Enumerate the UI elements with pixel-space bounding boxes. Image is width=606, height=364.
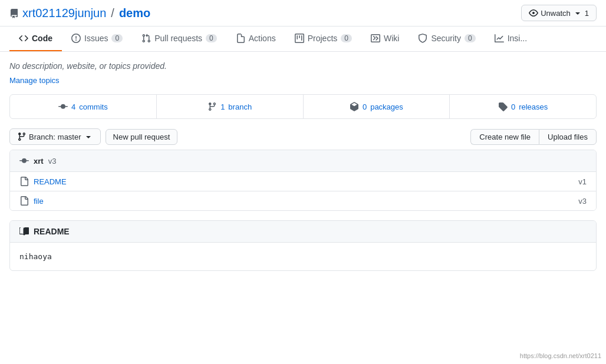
file-commit-readme: v1 [578, 177, 587, 186]
readme-title: README [34, 227, 70, 236]
table-row: file v3 [10, 191, 596, 210]
create-new-file-button[interactable]: Create new file [470, 129, 539, 145]
upload-files-button[interactable]: Upload files [539, 129, 597, 145]
latest-commit-icon [19, 156, 29, 166]
commits-label: commits [79, 102, 107, 111]
table-row: README v1 [10, 172, 596, 191]
tab-pull-requests[interactable]: Pull requests 0 [132, 27, 226, 51]
insights-icon [495, 34, 504, 43]
security-icon [418, 34, 427, 43]
tab-code-label: Code [32, 34, 52, 43]
tab-issues-count: 0 [111, 34, 123, 42]
code-icon [19, 34, 28, 43]
tab-pr-count: 0 [206, 34, 217, 42]
repo-description: No description, website, or topics provi… [9, 61, 597, 71]
tab-issues-label: Issues [84, 34, 108, 43]
right-actions: Create new file Upload files [470, 129, 597, 145]
new-pull-request-button[interactable]: New pull request [106, 129, 178, 145]
actions-bar: Branch: master New pull request Create n… [9, 128, 597, 145]
watch-count: 1 [585, 9, 589, 18]
readme-content: nihaoya [10, 243, 596, 270]
repo-separator: / [111, 6, 114, 20]
commit-message: v3 [48, 157, 57, 166]
pr-icon [141, 34, 151, 43]
branches-label: branch [228, 102, 252, 111]
branch-chevron-icon [84, 132, 93, 141]
branches-stat[interactable]: 1 branch [157, 95, 304, 118]
watch-label: Unwatch [541, 9, 571, 18]
file-name-readme[interactable]: README [34, 177, 67, 186]
tab-issues[interactable]: Issues 0 [62, 27, 132, 51]
tab-code[interactable]: Code [9, 27, 62, 51]
tab-projects-label: Projects [308, 34, 338, 43]
repo-icon [9, 8, 19, 18]
commit-icon [58, 102, 68, 111]
branch-label: Branch: [29, 133, 55, 141]
tab-security-count: 0 [465, 34, 476, 42]
tab-actions-label: Actions [249, 34, 276, 43]
file-icon-file [19, 196, 29, 206]
file-table: xrt v3 README v1 file v3 [9, 150, 597, 211]
branches-count: 1 [220, 102, 225, 111]
tab-wiki[interactable]: Wiki [361, 27, 409, 51]
tab-actions[interactable]: Actions [226, 27, 285, 51]
eye-icon [529, 8, 538, 18]
file-table-header: xrt v3 [10, 150, 596, 172]
tab-projects[interactable]: Projects 0 [285, 27, 361, 51]
tab-security-label: Security [431, 34, 461, 43]
releases-label: releases [519, 102, 548, 111]
releases-stat[interactable]: 0 releases [450, 95, 596, 118]
main-content: No description, website, or topics provi… [0, 52, 606, 280]
tab-wiki-label: Wiki [384, 34, 399, 43]
actions-icon [236, 34, 245, 43]
repo-name-link[interactable]: demo [119, 6, 150, 20]
commits-stat[interactable]: 4 commits [10, 95, 157, 118]
file-name-file[interactable]: file [34, 197, 44, 206]
branch-selector[interactable]: Branch: master [9, 128, 101, 145]
tab-security[interactable]: Security 0 [409, 27, 485, 51]
tabs-bar: Code Issues 0 Pull requests 0 Actions Pr… [0, 27, 606, 52]
projects-icon [295, 34, 304, 43]
branch-selector-icon [17, 132, 27, 141]
readme-section: README nihaoya [9, 220, 597, 271]
chevron-down-icon [573, 8, 582, 18]
wiki-icon [371, 34, 380, 43]
tab-pr-label: Pull requests [154, 34, 202, 43]
packages-count: 0 [363, 102, 367, 111]
stats-bar: 4 commits 1 branch 0 packages 0 releases [9, 94, 597, 119]
tab-projects-count: 0 [341, 34, 352, 42]
top-bar: xrt021129junjun / demo Unwatch 1 [0, 0, 606, 27]
packages-label: packages [370, 102, 403, 111]
readme-text: nihaoya [19, 252, 52, 261]
repo-title: xrt021129junjun / demo [22, 6, 150, 20]
commit-author: xrt [34, 157, 44, 166]
file-icon-readme [19, 177, 29, 186]
branch-name: master [58, 133, 81, 141]
issues-icon [71, 34, 81, 43]
tab-insights[interactable]: Insi... [485, 27, 536, 51]
book-icon [19, 227, 29, 236]
file-commit-file: v3 [578, 197, 587, 206]
manage-topics-link[interactable]: Manage topics [9, 76, 60, 85]
commits-count: 4 [71, 102, 75, 111]
releases-count: 0 [511, 102, 515, 111]
readme-header: README [10, 221, 596, 243]
branch-icon [208, 102, 217, 111]
tab-insights-label: Insi... [508, 34, 527, 43]
packages-stat[interactable]: 0 packages [304, 95, 450, 118]
watch-button[interactable]: Unwatch 1 [521, 5, 597, 21]
package-icon [350, 102, 359, 111]
tag-icon [498, 102, 508, 111]
repo-owner-link[interactable]: xrt021129junjun [22, 6, 106, 20]
